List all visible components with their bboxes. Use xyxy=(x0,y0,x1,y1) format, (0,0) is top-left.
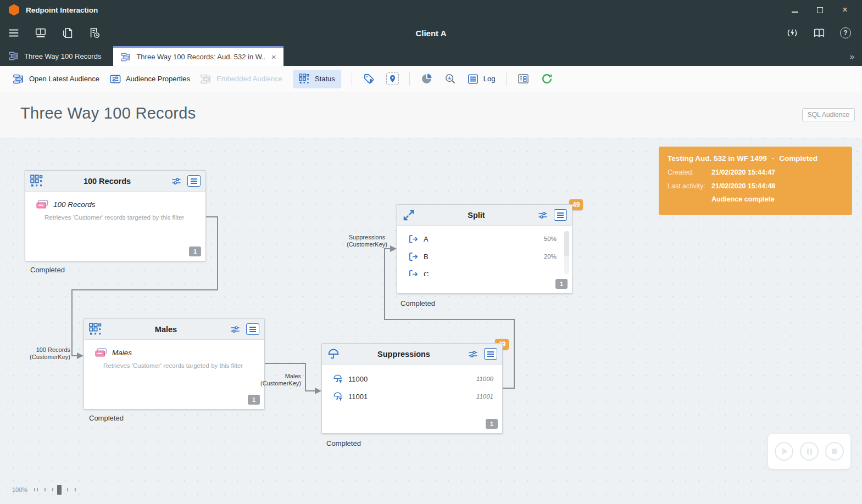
suppression-row[interactable]: 11001 11001 xyxy=(322,388,502,405)
created-label: Created: xyxy=(668,169,711,176)
audience-grid-icon xyxy=(30,175,43,188)
tab-bar: Three Way 100 Records Three Way 100 Reco… xyxy=(0,46,862,66)
last-activity-value: 21/02/2020 15:44:48 xyxy=(711,182,775,190)
window-title: Redpoint Interaction xyxy=(26,6,98,14)
pause-button[interactable] xyxy=(800,442,819,461)
close-tab-icon[interactable]: × xyxy=(270,52,277,62)
branch-name: C xyxy=(424,270,429,277)
node-settings-icon[interactable] xyxy=(171,176,182,187)
log-lines-icon xyxy=(468,74,479,85)
region-selection-icon[interactable] xyxy=(386,72,399,85)
edge-label-males: Males (CustomerKey) xyxy=(252,373,301,387)
node-body: A 50% B 20% C 1 xyxy=(397,226,572,293)
node-list-button[interactable] xyxy=(246,323,259,335)
toolbar-separator xyxy=(352,72,352,86)
node-title: 100 Records xyxy=(47,177,167,186)
node-list-button[interactable] xyxy=(554,209,567,221)
split-row-c[interactable]: C xyxy=(397,265,562,276)
split-row-a[interactable]: A 50% xyxy=(397,230,562,248)
audience-flow-icon xyxy=(121,52,131,62)
node-suppressions[interactable]: Suppressions 11000 11000 xyxy=(321,343,503,434)
split-row-b[interactable]: B 20% xyxy=(397,248,562,265)
help-icon[interactable]: ? xyxy=(840,27,851,38)
node-badge: 1 xyxy=(189,247,201,256)
log-button[interactable]: Log xyxy=(468,74,496,85)
zoom-slider[interactable] xyxy=(34,484,100,495)
workflow-canvas[interactable]: Testing Aud. 532 in WF 1499 - Completed … xyxy=(0,138,862,504)
audience-properties-button[interactable]: Audience Properties xyxy=(110,74,190,85)
node-scrollbar[interactable] xyxy=(564,231,569,274)
documentation-book-icon[interactable] xyxy=(813,27,825,39)
run-status-panel: Testing Aud. 532 in WF 1499 - Completed … xyxy=(659,147,852,215)
button-label: Status xyxy=(315,75,335,83)
refresh-icon[interactable] xyxy=(541,72,554,86)
edge-source: Males xyxy=(252,373,301,380)
zoom-slider-handle[interactable] xyxy=(57,485,62,495)
playback-panel xyxy=(768,434,850,469)
node-status-label: Completed xyxy=(30,266,65,274)
menu-hamburger-icon[interactable] xyxy=(8,27,20,39)
workspace-panels-icon[interactable] xyxy=(35,27,47,39)
properties-sliders-icon xyxy=(110,74,121,85)
play-button[interactable] xyxy=(775,442,793,461)
minimize-button[interactable] xyxy=(792,12,798,13)
suppression-row[interactable]: 11000 11000 xyxy=(322,370,502,388)
tab-three-way-100-records[interactable]: Three Way 100 Records xyxy=(0,46,113,66)
branch-name: B xyxy=(424,253,429,261)
node-list-button[interactable] xyxy=(187,175,201,187)
stop-button[interactable] xyxy=(825,442,844,461)
node-title: Suppressions xyxy=(344,350,464,359)
page-header: Three Way 100 Records SQL Audience xyxy=(0,92,862,138)
node-list-button[interactable] xyxy=(484,348,497,360)
node-badge: 1 xyxy=(486,419,498,429)
filter-item: 100 Records xyxy=(25,192,205,209)
audience-flow-icon xyxy=(9,51,19,61)
edge-label-suppressions: Suppressions (CustomerKey) xyxy=(339,234,395,248)
tab-label: Three Way 100 Records: Aud. 532 in W... xyxy=(136,53,264,61)
audience-cards-icon[interactable] xyxy=(517,72,530,86)
suppression-name: 11000 xyxy=(348,375,368,383)
audience-flow-icon xyxy=(13,74,24,85)
close-window-button[interactable]: × xyxy=(841,6,849,14)
node-settings-icon[interactable] xyxy=(537,210,548,221)
node-header: Suppressions xyxy=(322,344,502,365)
umbrella-filter-icon xyxy=(333,391,343,402)
node-settings-icon[interactable] xyxy=(230,324,241,335)
maximize-button[interactable] xyxy=(817,7,823,13)
audience-toolbar: Open Latest Audience Audience Properties… xyxy=(0,66,862,92)
app-bar: Client A ? xyxy=(0,20,862,46)
node-title: Males xyxy=(106,325,226,334)
node-body: Males Retrieves 'Customer' records targe… xyxy=(84,340,264,409)
branch-name: A xyxy=(424,235,429,243)
document-history-icon[interactable] xyxy=(88,27,101,39)
insight-search-icon[interactable] xyxy=(444,72,457,86)
edge-source: 100 Records xyxy=(15,346,70,354)
node-split[interactable]: Split A 50% B xyxy=(397,204,572,294)
edge-key: (CustomerKey) xyxy=(339,241,395,248)
status-toggle-button[interactable]: Status xyxy=(293,70,341,88)
filter-name: 100 Records xyxy=(53,200,96,209)
play-icon xyxy=(782,448,788,455)
filter-description: Retrieves 'Customer' records targeted by… xyxy=(45,214,205,221)
sync-flash-icon[interactable] xyxy=(786,27,798,39)
stop-icon xyxy=(832,449,837,454)
run-status-title: Testing Aud. 532 in WF 1499 - Completed xyxy=(668,154,843,163)
tab-audience-532-active[interactable]: Three Way 100 Records: Aud. 532 in W... … xyxy=(113,46,283,66)
node-badge: 1 xyxy=(248,395,260,405)
open-latest-audience-button[interactable]: Open Latest Audience xyxy=(13,74,99,85)
new-document-icon[interactable] xyxy=(62,27,74,39)
status-grid-icon xyxy=(299,74,310,85)
node-settings-icon[interactable] xyxy=(468,349,479,360)
tagged-audience-icon[interactable] xyxy=(363,72,376,86)
last-activity-label: Last activity: xyxy=(668,182,711,190)
edge-source: Suppressions xyxy=(339,234,395,241)
edge-key: (CustomerKey) xyxy=(252,380,301,387)
node-header: Males xyxy=(84,319,264,340)
output-branch-icon xyxy=(408,269,419,277)
tab-overflow-chevron-icon[interactable]: » xyxy=(850,52,862,61)
node-males[interactable]: Males Males Retrieves 'Customer' records… xyxy=(84,318,265,410)
run-message: Audience complete xyxy=(711,195,843,203)
pie-chart-icon[interactable] xyxy=(420,72,433,86)
branch-percent: 50% xyxy=(544,236,562,242)
node-100-records[interactable]: 100 Records 100 Records Retrieves 'Custo… xyxy=(25,170,206,261)
